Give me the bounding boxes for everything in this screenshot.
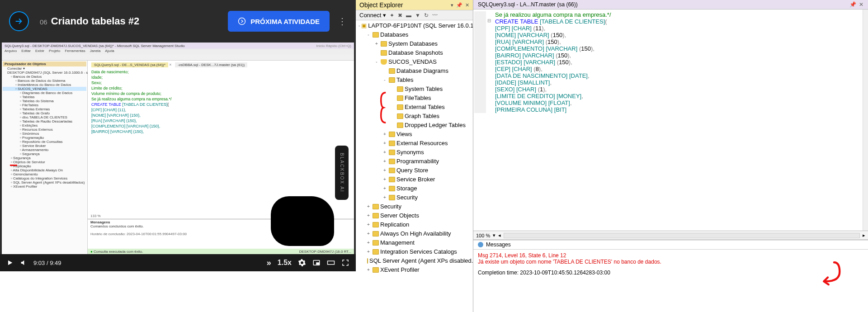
activity-icon[interactable]: 〰 [432, 12, 438, 19]
error-line-2: Já existe um objeto com nome 'TABELA DE … [478, 259, 863, 265]
tree-node[interactable]: +Management [356, 238, 473, 247]
object-explorer-panel: Object Explorer ▾ 📌 ✕ Connect ▾ ✦ ✖ ▬ ▼ … [356, 0, 473, 312]
tree-node[interactable]: System Tables [356, 85, 473, 94]
tree-node[interactable]: Database Diagrams [356, 66, 473, 76]
tree-node[interactable]: +Security [356, 193, 473, 202]
error-line-1: Msg 2714, Level 16, State 6, Line 12 [478, 252, 863, 259]
disconnect-icon[interactable]: ✦ [390, 12, 394, 19]
tree-node[interactable]: -SUCOS_VENDAS [356, 57, 473, 66]
svg-rect-3 [328, 261, 335, 265]
zoom-level[interactable]: 100 % [476, 233, 490, 238]
tree-server-node[interactable]: -▣ LAPTOP-6F1P10NT (SQL Server 16.0.1050… [356, 21, 473, 30]
mini-menubar[interactable]: ArquivoEditarExibirProjetoFerramentasJan… [2, 49, 354, 54]
video-lesson-panel: 06 Criando tabelas #2 PRÓXIMA ATIVIDADE … [0, 0, 356, 271]
video-frame: SQLQuery3.sql - DESKTOP-DMD947J.SUCOS_VE… [2, 43, 354, 254]
mini-object-explorer[interactable]: Pesquisador de Objetos Conectar ▾ DESKTO… [2, 61, 88, 254]
tree-node[interactable]: +Replication [356, 220, 473, 229]
tree-node[interactable]: +XEvent Profiler [356, 265, 473, 274]
tree-node[interactable]: +Synonyms [356, 148, 473, 157]
play-icon[interactable] [6, 259, 14, 266]
tree-node[interactable]: +Server Objects [356, 211, 473, 220]
object-explorer-toolbar[interactable]: Connect ▾ ✦ ✖ ▬ ▼ ↻ 〰 [356, 10, 473, 20]
video-controls: 9:03 / 9:49 » 1.5x [0, 254, 356, 271]
volume-icon[interactable] [20, 259, 27, 266]
scroll-marker[interactable] [863, 9, 868, 231]
tree-node[interactable]: +System Databases [356, 39, 473, 48]
lesson-icon [9, 11, 29, 31]
video-time: 9:03 / 9:49 [33, 260, 61, 266]
messages-tab-icon [478, 242, 483, 247]
svg-point-0 [239, 18, 245, 25]
tree-node[interactable]: +Storage [356, 184, 473, 193]
theater-icon[interactable] [327, 259, 335, 267]
tree-node[interactable]: FileTables [356, 94, 473, 103]
messages-tab[interactable]: Messages [473, 240, 868, 250]
tree-node[interactable]: +Programmability [356, 157, 473, 166]
tree-node[interactable]: +Query Store [356, 166, 473, 175]
pin-icon[interactable]: 📌 [456, 2, 462, 8]
kebab-menu-icon[interactable]: ⋮ [338, 16, 347, 27]
refresh-icon[interactable]: ↻ [424, 12, 429, 19]
tree-node[interactable]: Graph Tables [356, 112, 473, 121]
tree-node[interactable]: +Views [356, 130, 473, 139]
scroll-left-icon[interactable]: ◂ [498, 232, 501, 238]
connect-button[interactable]: Connect ▾ [359, 12, 386, 19]
skip-icon[interactable]: » [267, 258, 271, 268]
svg-rect-2 [316, 263, 319, 265]
tab-close-icon[interactable]: ✕ [859, 1, 863, 8]
horizontal-scrollbar[interactable] [504, 233, 860, 238]
object-explorer-tree[interactable]: -▣ LAPTOP-6F1P10NT (SQL Server 16.0.1050… [356, 20, 473, 312]
tree-node[interactable]: Database Snapshots [356, 48, 473, 57]
mini-statusbar: ● Consulta executada com êxito. DESKTOP-… [88, 249, 354, 254]
completion-time: Completion time: 2023-10-09T10:45:50.126… [478, 269, 863, 276]
fullscreen-icon[interactable] [341, 259, 349, 267]
messages-panel: Messages Msg 2714, Level 16, State 6, Li… [473, 240, 868, 312]
sql-editor-pane: SQLQuery3.sql - LA...NT.master (sa (66))… [473, 0, 868, 312]
funnel-icon[interactable]: ▼ [415, 12, 420, 19]
dropdown-icon[interactable]: ▾ [451, 2, 453, 8]
tree-node[interactable]: +Always On High Availability [356, 229, 473, 238]
tree-node[interactable]: +Integration Services Catalogs [356, 247, 473, 256]
settings-gear-icon[interactable] [298, 259, 306, 267]
tab-pin-icon[interactable]: 📌 [849, 1, 856, 8]
sql-code-editor[interactable]: Se já realizou alguma compra na empresa.… [473, 9, 868, 231]
zoom-bar: 100 % ▾ ◂ ▸ [473, 231, 868, 240]
tree-node[interactable]: -Tables [356, 76, 473, 85]
mini-toolbar[interactable] [2, 54, 354, 61]
stop-icon[interactable]: ✖ [398, 12, 402, 19]
tree-node[interactable]: +External Resources [356, 139, 473, 148]
pip-icon[interactable] [312, 259, 321, 267]
tree-node[interactable]: +Security [356, 202, 473, 211]
red-mark-annotation [10, 165, 17, 166]
redaction-blob [271, 196, 334, 246]
tree-node[interactable]: External Tables [356, 103, 473, 112]
sql-editor-tab[interactable]: SQLQuery3.sql - LA...NT.master (sa (66))… [473, 0, 868, 9]
object-explorer-titlebar: Object Explorer ▾ 📌 ✕ [356, 0, 473, 10]
tree-node[interactable]: +Service Broker [356, 175, 473, 184]
zoom-dropdown-icon[interactable]: ▾ [493, 232, 495, 238]
tree-node[interactable]: SQL Server Agent (Agent XPs disabled... [356, 256, 473, 265]
blackbox-ai-badge[interactable]: BLACKBOX AI [335, 146, 349, 200]
next-activity-button[interactable]: PRÓXIMA ATIVIDADE [228, 11, 330, 32]
tree-node[interactable]: -Databases [356, 30, 473, 39]
playback-speed[interactable]: 1.5x [278, 259, 292, 267]
lesson-title: 06 Criando tabelas #2 [40, 15, 139, 27]
filter-icon[interactable]: ▬ [406, 12, 411, 19]
tree-node[interactable]: Dropped Ledger Tables [356, 121, 473, 130]
scroll-right-icon[interactable]: ▸ [863, 232, 865, 238]
close-icon[interactable]: ✕ [465, 2, 469, 8]
mini-titlebar: SQLQuery3.sql - DESKTOP-DMD947J.SUCOS_VE… [2, 43, 354, 49]
